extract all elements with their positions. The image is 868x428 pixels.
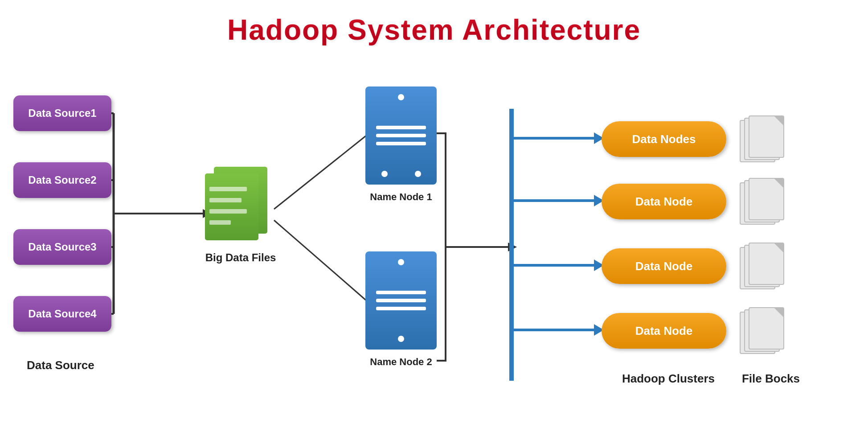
page-title: Hadoop System Architecture [0, 0, 868, 46]
big-data-files-icon [205, 162, 276, 243]
name-node-2 [365, 251, 437, 350]
hadoop-clusters-label: Hadoop Clusters [606, 372, 731, 386]
data-node-4: Data Node [602, 313, 726, 349]
svg-line-7 [274, 136, 366, 209]
cluster-bar [509, 109, 514, 381]
file-bocks-label: File Bocks [735, 372, 807, 386]
name-node-2-label: Name Node 2 [365, 356, 437, 368]
name-node-1-label: Name Node 1 [365, 191, 437, 203]
data-source-1: Data Source1 [13, 95, 111, 131]
diagram-area: Data Source1 Data Source2 Data Source3 D… [0, 51, 868, 428]
data-source-2: Data Source2 [13, 162, 111, 198]
big-data-files-label: Big Data Files [196, 251, 285, 264]
name-node-1 [365, 86, 437, 185]
data-source-4: Data Source4 [13, 296, 111, 332]
data-node-1: Data Nodes [602, 121, 726, 157]
blue-arrow-4 [514, 329, 603, 331]
data-source-label: Data Source [27, 358, 94, 372]
data-source-3: Data Source3 [13, 229, 111, 265]
data-node-2: Data Node [602, 184, 726, 219]
file-stack-2 [740, 178, 798, 222]
file-stack-3 [740, 243, 798, 287]
file-stack-4 [740, 307, 798, 352]
data-node-3: Data Node [602, 248, 726, 284]
blue-arrow-2 [514, 199, 603, 202]
blue-arrow-3 [514, 264, 603, 267]
blue-arrow-1 [514, 137, 603, 140]
file-stack-1 [740, 115, 798, 160]
svg-line-8 [274, 220, 366, 300]
